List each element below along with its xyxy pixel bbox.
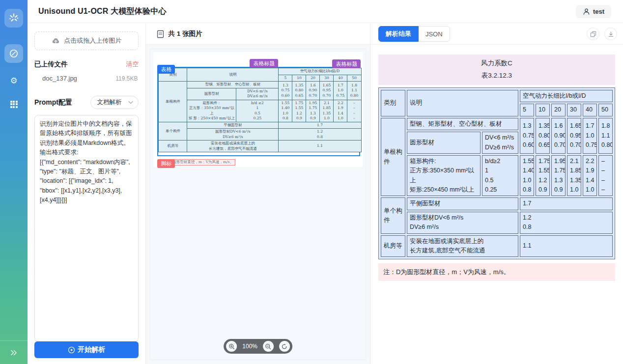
document-icon (157, 30, 164, 38)
table-cell: 30 (320, 75, 334, 82)
preview-panel: 共 1 张图片 表格标题 表格标题 类别说明空气动力长细比l/b或l/D5102… (146, 24, 370, 364)
main-content: 点击或拖入上传图片 已上传文件 清空 doc_137.jpg 119.5KB P… (28, 24, 623, 364)
table-cell: 1.35 0.80 0.65 (536, 118, 550, 154)
table-cell: 型钢、矩形型材、空心型材、板材 (407, 118, 518, 130)
table-cell: 1.75 1.55 1.2 0.9 (292, 100, 306, 122)
compass-icon (9, 49, 19, 58)
grid-icon (10, 101, 18, 108)
table-cell: 1.6 0.90 0.70 (306, 82, 320, 100)
gear-icon: ⚙ (10, 77, 17, 85)
table-cell: 单个构件 (381, 197, 405, 233)
double-chevron-right-icon (10, 349, 18, 356)
prompt-textarea[interactable]: 识别并定位图片中的文档内容，保留原始格式和排版顺序，所有版面识别结果必须是Mar… (34, 115, 139, 342)
table-cell: 30 (567, 104, 581, 116)
table-cell: 1.95 1.75 1.3 0.9 (551, 155, 566, 196)
rotate-button[interactable] (279, 341, 290, 352)
parsed-table-number: 表3.2.12.3 (378, 69, 615, 82)
sidebar-item-settings[interactable]: ⚙ (4, 75, 23, 86)
document-image: 表格标题 表格标题 类别说明空气动力长细比l/b或l/D51020304050单… (153, 52, 363, 167)
table-cell: 5 (279, 75, 292, 82)
table-cell: 平侧面型材 (407, 197, 518, 210)
table-cell: 箱形构件： 正方形：350×350 mm²以上 矩 形：250×450 mm²以… (187, 100, 236, 122)
table-cell: 1.6 0.90 0.70 (551, 118, 566, 154)
table-cell: 2.1 1.85 1.35 1.0 (567, 155, 581, 196)
image-count-label: 共 1 张图片 (168, 29, 202, 38)
table-cell: 箱形构件: 正方形:350×350 mm²以上 矩形:250×450 mm²以上 (407, 155, 481, 196)
table-cell: 50 (598, 104, 613, 116)
uploaded-files-title: 已上传文件 (34, 60, 68, 69)
result-tools (587, 28, 617, 40)
table-cell: 2.2 1.9 1.4 1.0 (334, 100, 347, 122)
table-cell: 圆形型材 (187, 88, 236, 100)
sidebar-item-experience[interactable] (4, 44, 23, 63)
table-cell: 1.1 (279, 140, 361, 152)
zoom-level: 100% (242, 343, 257, 350)
table-cell: 1.3 0.75 0.60 (520, 118, 534, 154)
sidebar-collapse-button[interactable] (0, 340, 28, 364)
table-cell: 说明 (407, 90, 518, 116)
rotate-icon (282, 343, 288, 350)
file-name: doc_137.jpg (42, 75, 77, 82)
zoom-in-icon (228, 343, 235, 350)
table-cell: 10 (292, 75, 306, 82)
table-cell: 平侧面型材 (187, 122, 279, 129)
annotation-badge-footnote: 脚标 (157, 159, 175, 168)
sidebar: ⚙ (0, 0, 28, 364)
table-cell: 1.8 1.1 0.80 (598, 118, 613, 154)
download-button[interactable] (604, 28, 617, 40)
table-cell: – – – – (598, 155, 613, 196)
table-annotation-region: 类别说明空气动力长细比l/b或l/D51020304050单根构件型钢、矩形型材… (157, 67, 360, 156)
zoom-toolbar: 100% (224, 339, 292, 354)
start-parse-label: 开始解析 (78, 345, 105, 354)
user-name: test (593, 8, 604, 15)
table-cell: 1.3 0.75 0.60 (279, 82, 292, 100)
download-icon (608, 31, 614, 37)
cloud-upload-icon (52, 37, 60, 44)
annotation-badge-table: 表格 (157, 65, 175, 74)
table-cell: 40 (583, 104, 597, 116)
table-cell: b/d≥2 1 0.5 0.25 (482, 155, 518, 196)
table-cell: 1.35 0.80 0.65 (292, 82, 306, 100)
tab-json[interactable]: JSON (419, 26, 450, 42)
table-cell: 1.2 0.8 (279, 129, 361, 140)
preview-header: 共 1 张图片 (146, 24, 370, 45)
upload-dropzone[interactable]: 点击或拖入上传图片 (34, 31, 139, 50)
table-cell: 单根构件 (159, 82, 187, 122)
table-cell: 20 (306, 75, 320, 82)
prompt-mode-select[interactable]: 文档解析 (90, 96, 139, 109)
zoom-in-button[interactable] (226, 341, 237, 352)
document-footnote-text: 圆形型材直径，m；V为风速，m/s。 (170, 159, 235, 166)
table-cell: DV<6 m²/s DV≥6 m²/s (236, 88, 279, 100)
user-badge[interactable]: test (576, 5, 611, 18)
start-parse-button[interactable]: 开始解析 (34, 341, 139, 358)
table-cell: 空气动力长细比l/b或l/D (279, 68, 361, 75)
sidebar-item-apps[interactable] (4, 98, 23, 110)
app-logo[interactable] (4, 9, 23, 28)
zoom-out-button[interactable] (263, 341, 274, 352)
table-cell: 40 (334, 75, 347, 82)
table-cell: 1.1 (520, 235, 613, 257)
table-cell: 安装在地面或满实底层上的 长方建筑，底部空气不能流通 (187, 140, 279, 152)
table-cell: 1.8 1.1 0.80 (347, 82, 361, 100)
parsed-table-title: 风力系数C (378, 57, 615, 69)
page-title: Unisound U1-OCR 大模型体验中心 (38, 6, 167, 17)
result-header: 解析结果 JSON (370, 24, 623, 45)
chevron-down-icon (128, 101, 133, 104)
table-cell: 说明 (187, 68, 279, 82)
table-cell: 圆形型材 (407, 132, 481, 154)
file-item[interactable]: doc_137.jpg 119.5KB (34, 75, 139, 82)
clear-files-button[interactable]: 清空 (126, 60, 139, 69)
table-cell: DV<6 m²/s DV≥6 m²/s (482, 132, 518, 154)
result-content: 风力系数C 表3.2.12.3 类别说明空气动力长细比l/b或l/D510203… (370, 45, 623, 364)
annotation-badge-table-title: 表格标题 (332, 59, 361, 68)
tab-parse-result[interactable]: 解析结果 (378, 26, 419, 42)
table-cell: 2.2 1.9 1.4 1.0 (583, 155, 597, 196)
table-cell: 单根构件 (381, 118, 405, 196)
logo-spark-icon (8, 12, 20, 24)
copy-button[interactable] (587, 28, 599, 40)
document-table: 类别说明空气动力长细比l/b或l/D51020304050单根构件型钢、矩形型材… (158, 68, 359, 152)
document-preview-card: 表格标题 表格标题 类别说明空气动力长细比l/b或l/D51020304050单… (150, 49, 366, 360)
parsed-table-block: 类别说明空气动力长细比l/b或l/D51020304050单根构件型钢、矩形型材… (378, 87, 615, 259)
table-cell: 1.55 1.40 1.0 0.8 (279, 100, 292, 122)
result-panel: 解析结果 JSON 风力系 (370, 24, 623, 364)
